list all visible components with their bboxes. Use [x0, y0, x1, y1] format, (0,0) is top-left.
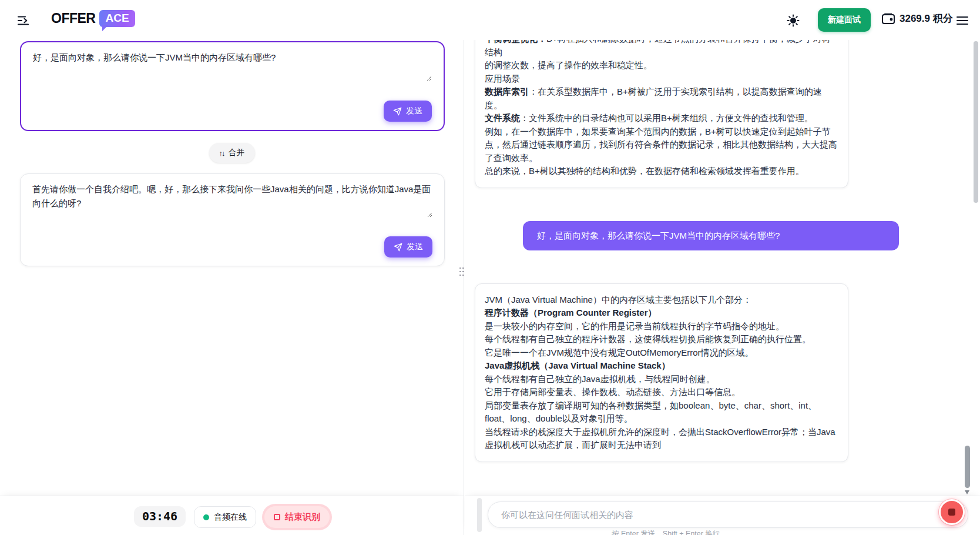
chat-message-assistant: JVM（Java Virtual Machine）中的内存区域主要包括以下几个部…: [475, 283, 848, 462]
input-hint: 按 Enter 发送，Shift + Enter 换行: [612, 529, 720, 535]
chat-message-list: 平衡调整优化：B+树在插入和删除数据时，通过节点的分裂和合并保持平衡，减少了对树…: [465, 40, 980, 496]
theme-toggle-button[interactable]: [786, 13, 801, 28]
points-balance[interactable]: 3269.9 积分: [881, 12, 953, 25]
recording-status-bar: 03:46 音频在线 结束识别: [0, 496, 464, 535]
send-icon: [394, 243, 402, 252]
send-label: 发送: [406, 106, 422, 116]
transcript-textarea-1[interactable]: 好，是面向对象，那么请你说一下JVM当中的内存区域有哪些?: [33, 51, 432, 81]
transcript-panel: 好，是面向对象，那么请你说一下JVM当中的内存区域有哪些? 发送 ↑↓ 合并 首…: [0, 40, 464, 535]
logo-ace-badge: ACE: [99, 10, 135, 27]
header: OFFER ACE 新建面试 3269.9 积分: [0, 0, 980, 40]
end-recognition-button[interactable]: 结束识别: [264, 506, 330, 528]
wallet-icon: [881, 12, 895, 25]
send-button-2[interactable]: 发送: [384, 236, 432, 258]
user-bubble-text: 好，是面向对象，那么请你说一下JVM当中的内存区域有哪些?: [523, 221, 899, 250]
chat-message-assistant: 平衡调整优化：B+树在插入和删除数据时，通过节点的分裂和合并保持平衡，减少了对树…: [475, 40, 848, 188]
stop-square-icon: [274, 514, 280, 520]
hamburger-icon: [955, 14, 969, 28]
transcript-card-active: 好，是面向对象，那么请你说一下JVM当中的内存区域有哪些? 发送: [20, 41, 445, 131]
merge-label: 合并: [229, 148, 245, 158]
record-stop-button[interactable]: [939, 499, 965, 525]
audio-status-label: 音频在线: [214, 512, 247, 523]
panel-scroll-handle[interactable]: [477, 498, 482, 532]
new-interview-button[interactable]: 新建面试: [818, 8, 871, 32]
app-logo: OFFER ACE: [51, 10, 135, 27]
green-dot-icon: [203, 514, 209, 520]
send-icon: [393, 107, 402, 116]
send-button-1[interactable]: 发送: [384, 101, 432, 122]
chat-scrollbar-thumb[interactable]: [965, 446, 970, 488]
sidebar-toggle-button[interactable]: [16, 13, 32, 28]
transcript-textarea-2[interactable]: 首先请你做一个自我介绍吧。嗯，好，那么接下来我问你一些Java相关的问题，比方说…: [32, 182, 432, 218]
chat-scrollbar-down-arrow[interactable]: [965, 490, 969, 494]
points-label: 3269.9 积分: [900, 12, 953, 25]
chat-panel: 平衡调整优化：B+树在插入和删除数据时，通过节点的分裂和合并保持平衡，减少了对树…: [465, 40, 980, 535]
end-recognition-label: 结束识别: [285, 511, 320, 523]
chat-input-bar: 按 Enter 发送，Shift + Enter 换行: [465, 496, 980, 535]
menu-button[interactable]: [955, 13, 971, 28]
recording-timer: 03:46: [134, 506, 186, 527]
stop-icon: [948, 509, 955, 516]
transcript-card: 首先请你做一个自我介绍吧。嗯，好，那么接下来我问你一些Java相关的问题，比方说…: [20, 173, 445, 266]
sun-icon: [786, 14, 800, 28]
chat-input[interactable]: [488, 501, 968, 528]
collapse-panel-icon: [16, 14, 31, 28]
up-down-arrows-icon: ↑↓: [219, 149, 224, 158]
send-label: 发送: [407, 242, 423, 252]
audio-status-badge: 音频在线: [194, 506, 256, 528]
panel-resize-grip[interactable]: [458, 266, 465, 277]
chat-message-user: 好，是面向对象，那么请你说一下JVM当中的内存区域有哪些?: [475, 221, 899, 250]
logo-text: OFFER: [51, 11, 95, 26]
merge-button[interactable]: ↑↓ 合并: [209, 143, 255, 163]
window-scrollbar-thumb[interactable]: [974, 41, 978, 203]
